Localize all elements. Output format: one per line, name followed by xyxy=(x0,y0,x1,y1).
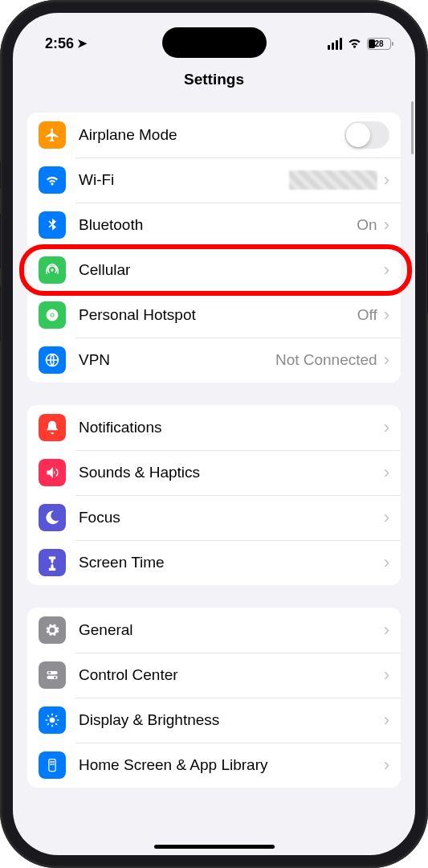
settings-group: Notifications›Sounds & Haptics›Focus›Scr… xyxy=(27,405,401,585)
bluetooth-label: Bluetooth xyxy=(79,216,357,234)
hotspot-row[interactable]: Personal HotspotOff› xyxy=(27,293,401,338)
airplane-label: Airplane Mode xyxy=(79,126,344,144)
notifications-row[interactable]: Notifications› xyxy=(27,405,401,450)
cellular-icon xyxy=(39,256,66,284)
svg-rect-7 xyxy=(49,760,55,772)
svg-rect-10 xyxy=(51,764,52,765)
chevron-right-icon: › xyxy=(384,621,389,639)
silence-switch xyxy=(0,161,1,189)
display-row[interactable]: Display & Brightness› xyxy=(27,698,401,743)
general-icon xyxy=(39,616,66,644)
svg-point-4 xyxy=(48,672,51,674)
display-label: Display & Brightness xyxy=(79,711,384,729)
phone-frame: 2:56 ➤ 28 Settings Airplane ModeWi-Fi›Bl… xyxy=(0,0,428,868)
svg-rect-8 xyxy=(51,761,52,763)
chevron-right-icon: › xyxy=(384,261,389,279)
chevron-right-icon: › xyxy=(384,711,389,729)
location-arrow-icon: ➤ xyxy=(77,36,88,51)
vpn-row[interactable]: VPNNot Connected› xyxy=(27,338,401,383)
chevron-right-icon: › xyxy=(384,554,389,571)
scrollbar-indicator xyxy=(411,101,414,154)
bluetooth-row[interactable]: BluetoothOn› xyxy=(27,203,401,248)
airplane-icon xyxy=(39,121,66,149)
svg-point-0 xyxy=(51,313,53,316)
general-label: General xyxy=(79,621,384,639)
sounds-label: Sounds & Haptics xyxy=(79,464,384,481)
cellular-signal-icon xyxy=(328,38,343,50)
sounds-row[interactable]: Sounds & Haptics› xyxy=(27,450,401,495)
chevron-right-icon: › xyxy=(384,216,389,234)
bluetooth-icon xyxy=(39,211,66,239)
screentime-label: Screen Time xyxy=(79,554,384,571)
wifi-label: Wi-Fi xyxy=(79,171,289,189)
volume-up xyxy=(0,213,1,269)
vpn-icon xyxy=(39,346,66,374)
chevron-right-icon: › xyxy=(384,171,389,189)
hotspot-detail: Off xyxy=(357,306,377,324)
chevron-right-icon: › xyxy=(384,351,389,369)
settings-content[interactable]: Airplane ModeWi-Fi›BluetoothOn›Cellular›… xyxy=(13,96,415,849)
hotspot-icon xyxy=(39,301,66,329)
svg-rect-9 xyxy=(52,761,54,763)
screen: 2:56 ➤ 28 Settings Airplane ModeWi-Fi›Bl… xyxy=(13,13,415,855)
bluetooth-detail: On xyxy=(357,216,377,234)
chevron-right-icon: › xyxy=(384,306,389,324)
wifi-status-icon xyxy=(347,35,362,52)
controlcenter-icon xyxy=(39,661,66,689)
display-icon xyxy=(39,706,66,734)
status-time: 2:56 xyxy=(45,35,74,52)
homescreen-row[interactable]: Home Screen & App Library› xyxy=(27,743,401,788)
chevron-right-icon: › xyxy=(384,509,389,526)
svg-point-6 xyxy=(50,718,55,723)
focus-icon xyxy=(39,504,66,531)
battery-icon: 28 xyxy=(367,38,391,50)
chevron-right-icon: › xyxy=(384,756,389,774)
home-indicator[interactable] xyxy=(154,845,275,849)
chevron-right-icon: › xyxy=(384,464,389,481)
general-row[interactable]: General› xyxy=(27,608,401,653)
notifications-label: Notifications xyxy=(79,419,384,436)
homescreen-label: Home Screen & App Library xyxy=(79,756,384,774)
cellular-row[interactable]: Cellular› xyxy=(27,248,401,293)
screentime-row[interactable]: Screen Time› xyxy=(27,540,401,585)
hotspot-label: Personal Hotspot xyxy=(79,306,357,324)
airplane-toggle[interactable] xyxy=(344,121,389,149)
chevron-right-icon: › xyxy=(384,666,389,684)
volume-down xyxy=(0,285,1,342)
notifications-icon xyxy=(39,414,66,441)
battery-percent: 28 xyxy=(374,39,383,48)
wifi-icon xyxy=(39,166,66,194)
focus-row[interactable]: Focus› xyxy=(27,495,401,540)
controlcenter-label: Control Center xyxy=(79,666,384,684)
airplane-row[interactable]: Airplane Mode xyxy=(27,113,401,158)
vpn-detail: Not Connected xyxy=(275,351,377,369)
cellular-label: Cellular xyxy=(79,261,384,279)
vpn-label: VPN xyxy=(79,351,275,369)
wifi-network-name-blurred xyxy=(289,170,377,190)
sounds-icon xyxy=(39,459,66,486)
dynamic-island xyxy=(162,27,267,58)
page-title: Settings xyxy=(13,59,415,96)
homescreen-icon xyxy=(39,751,66,779)
chevron-right-icon: › xyxy=(384,419,389,436)
wifi-row[interactable]: Wi-Fi› xyxy=(27,158,401,203)
controlcenter-row[interactable]: Control Center› xyxy=(27,653,401,698)
focus-label: Focus xyxy=(79,509,384,526)
settings-group: Airplane ModeWi-Fi›BluetoothOn›Cellular›… xyxy=(27,113,401,383)
settings-group: General›Control Center›Display & Brightn… xyxy=(27,608,401,788)
svg-point-5 xyxy=(54,676,56,678)
screentime-icon xyxy=(39,549,66,576)
svg-rect-11 xyxy=(52,764,54,765)
